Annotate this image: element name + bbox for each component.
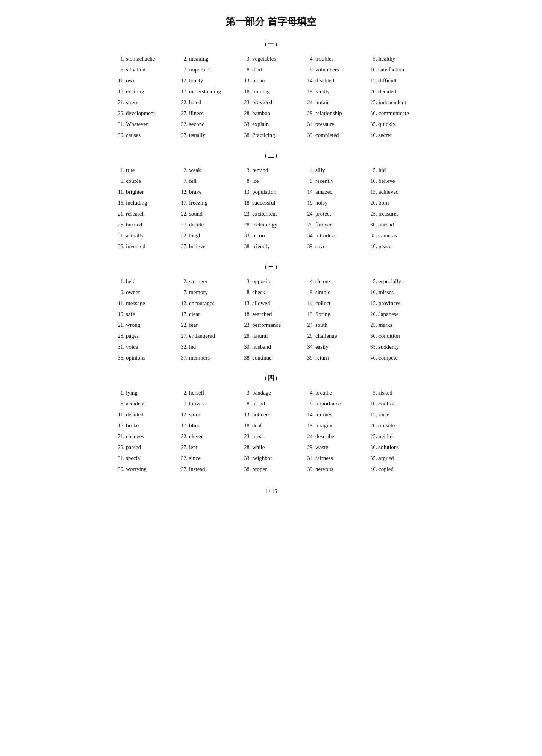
word-text: Spring — [315, 311, 330, 317]
word-number: 14. — [303, 412, 314, 418]
list-item: 29.challenge — [303, 332, 366, 340]
word-text: fell — [189, 178, 197, 184]
list-item: 1.true — [113, 166, 176, 175]
word-text: introduce — [315, 232, 337, 239]
word-text: noisy — [315, 200, 328, 206]
word-number: 11. — [114, 189, 124, 195]
word-text: journey — [315, 411, 333, 418]
list-item: 4.troubles — [303, 55, 366, 63]
word-number: 13. — [240, 301, 251, 307]
word-text: secret — [378, 132, 392, 138]
list-item: 35.suddenly — [366, 343, 429, 351]
list-item: 5.healthy — [366, 55, 429, 63]
word-text: changes — [126, 433, 144, 440]
word-number: 21. — [114, 322, 124, 328]
word-number: 15. — [366, 78, 377, 84]
word-number: 17. — [177, 311, 188, 317]
word-number: 17. — [177, 423, 188, 429]
word-number: 36. — [114, 355, 124, 361]
word-number: 18. — [240, 89, 251, 95]
list-item: 26.pages — [113, 332, 176, 340]
list-item: 29.waste — [303, 443, 366, 452]
list-item: 6.accident — [113, 399, 176, 408]
word-text: blood — [252, 401, 265, 407]
word-text: kindly — [315, 88, 330, 95]
word-number: 13. — [240, 78, 251, 84]
word-number: 19. — [303, 311, 314, 317]
word-text: voice — [126, 344, 138, 350]
word-number: 1. — [114, 390, 124, 396]
word-text: shame — [315, 278, 330, 285]
word-number: 1. — [114, 167, 124, 173]
word-number: 6. — [114, 67, 124, 73]
word-number: 31. — [114, 344, 124, 350]
list-item: 17.understanding — [176, 87, 239, 96]
list-item: 2.herself — [176, 389, 239, 397]
word-text: deaf — [252, 422, 262, 429]
list-item: 28.bamboo — [239, 109, 303, 118]
word-grid-1: 1.stomachache2.meaning3.vegetables4.trou… — [113, 55, 429, 140]
word-text: unfair — [315, 99, 329, 106]
word-number: 21. — [114, 100, 124, 106]
word-number: 5. — [366, 390, 377, 396]
list-item: 35.quickly — [366, 120, 429, 129]
word-number: 40. — [366, 244, 377, 250]
list-item: 19.Spring — [303, 310, 366, 319]
list-item: 24.protect — [303, 209, 366, 218]
word-number: 35. — [366, 455, 377, 461]
word-number: 19. — [303, 423, 314, 429]
word-text: Practicing — [252, 132, 275, 138]
list-item: 32.since — [176, 454, 239, 463]
list-item: 16.broke — [113, 421, 176, 430]
word-text: encourages — [189, 300, 214, 307]
section-3: （三）1.held2.stronger3.opposite4.shame5.es… — [113, 262, 429, 362]
word-text: laugh — [189, 232, 201, 239]
word-text: worrying — [126, 466, 147, 472]
word-number: 29. — [303, 445, 314, 451]
word-number: 33. — [240, 455, 251, 461]
word-text: led — [189, 344, 196, 350]
word-text: abroad — [378, 222, 394, 228]
list-item: 29.relationship — [303, 109, 366, 118]
word-text: brighter — [126, 189, 144, 195]
word-text: decide — [189, 222, 204, 228]
word-number: 16. — [114, 200, 124, 206]
list-item: 8.blood — [239, 399, 303, 408]
word-text: outside — [378, 422, 395, 429]
word-text: simple — [315, 289, 330, 296]
section-2: （二）1.true2.weak3.remind4.silly5.hid6.cou… — [113, 151, 429, 251]
word-text: breathe — [315, 390, 332, 396]
list-item: 2.weak — [176, 166, 239, 175]
list-item: 23.excitement — [239, 209, 303, 218]
word-text: healthy — [378, 56, 395, 62]
word-number: 28. — [240, 222, 251, 228]
word-number: 9. — [303, 290, 314, 296]
list-item: 39.save — [303, 242, 366, 251]
word-text: clear — [189, 311, 200, 317]
word-number: 17. — [177, 200, 188, 206]
word-number: 32. — [177, 344, 188, 350]
list-item: 22.hated — [176, 98, 239, 107]
list-item: 17.blind — [176, 421, 239, 430]
word-number: 3. — [240, 167, 251, 173]
word-number: 2. — [177, 279, 188, 285]
list-item: 17.freezing — [176, 199, 239, 207]
word-text: clever — [189, 433, 203, 440]
list-item: 25.treasures — [366, 209, 429, 218]
word-text: lent — [189, 444, 198, 451]
list-item: 30.communicate — [366, 109, 429, 118]
list-item: 10.control — [366, 399, 429, 408]
word-number: 22. — [177, 434, 188, 440]
list-item: 31.special — [113, 454, 176, 463]
list-item: 37.instead — [176, 465, 239, 474]
word-text: passed — [126, 444, 141, 451]
word-text: compete — [378, 355, 398, 361]
list-item: 33.husband — [239, 343, 303, 351]
word-number: 15. — [366, 189, 377, 195]
list-item: 27.lent — [176, 443, 239, 452]
word-text: searched — [252, 311, 272, 317]
list-item: 26.hurried — [113, 220, 176, 229]
word-number: 35. — [366, 233, 377, 239]
word-number: 7. — [177, 401, 188, 407]
list-item: 32.laugh — [176, 231, 239, 240]
